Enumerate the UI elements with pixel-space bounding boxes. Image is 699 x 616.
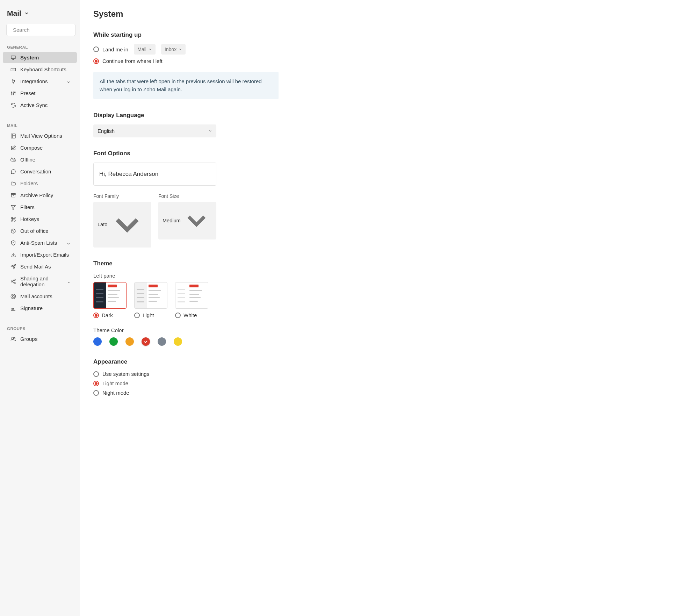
theme-title: Theme (93, 260, 402, 267)
svg-marker-23 (11, 205, 15, 209)
nav-item-signature[interactable]: Signature (3, 302, 77, 314)
nav-item-preset[interactable]: Preset (3, 87, 77, 99)
nav-item-active-sync[interactable]: Active Sync (3, 99, 77, 111)
sidebar: Mail GENERAL SystemKeyboard ShortcutsInt… (0, 0, 80, 616)
layout-icon (10, 133, 16, 139)
nav-label: Keyboard Shortcuts (20, 66, 66, 72)
radio-theme-light[interactable] (134, 313, 140, 318)
radio-appearance[interactable] (93, 381, 99, 386)
startup-title: While starting up (93, 31, 402, 38)
svg-rect-17 (11, 134, 15, 138)
svg-rect-21 (11, 193, 15, 194)
theme-label-text: Light (143, 312, 154, 318)
page-title: System (93, 9, 402, 19)
nav-label: Active Sync (20, 102, 48, 108)
nav-label: Offline (20, 157, 35, 163)
nav-item-groups[interactable]: Groups (3, 333, 77, 345)
nav-item-anti-spam-lists[interactable]: Anti-Spam Lists (3, 237, 77, 249)
command-icon (10, 216, 16, 222)
search-input[interactable] (13, 27, 79, 33)
nav-item-out-of-office[interactable]: Out of office (3, 225, 77, 237)
chevron-down-icon (149, 48, 152, 51)
nav-label: Groups (20, 336, 37, 342)
nav-label: Folders (20, 180, 38, 186)
land-select-app[interactable]: Mail (134, 44, 156, 55)
nav-item-hotkeys[interactable]: Hotkeys (3, 213, 77, 225)
appearance-option[interactable]: Night mode (93, 390, 402, 396)
nav-item-filters[interactable]: Filters (3, 201, 77, 213)
nav-item-mail-view-options[interactable]: Mail View Options (3, 130, 77, 142)
nav-item-compose[interactable]: Compose (3, 142, 77, 153)
appearance-label: Night mode (102, 390, 129, 396)
section-label-groups: GROUPS (0, 322, 80, 333)
language-select[interactable]: English (93, 124, 216, 137)
theme-option-light[interactable]: Light (134, 312, 154, 318)
theme-color-swatch[interactable] (109, 337, 118, 346)
nav-label: Mail View Options (20, 133, 62, 139)
theme-card-white[interactable] (175, 282, 208, 309)
nav-label: Compose (20, 145, 43, 151)
chevron-down-icon (67, 279, 71, 284)
theme-color-swatch[interactable] (174, 337, 182, 346)
left-pane-label: Left pane (93, 273, 402, 279)
theme-card-light[interactable] (134, 282, 167, 309)
theme-card-dark[interactable] (93, 282, 127, 309)
nav-item-folders[interactable]: Folders (3, 178, 77, 189)
nav-item-import-export-emails[interactable]: Import/Export Emails (3, 249, 77, 260)
nav-item-integrations[interactable]: Integrations (3, 76, 77, 87)
nav-item-conversation[interactable]: Conversation (3, 166, 77, 177)
font-family-select[interactable]: Lato (93, 202, 151, 248)
divider (3, 318, 76, 318)
sliders-icon (10, 91, 16, 96)
plug-icon (10, 79, 16, 84)
theme-color-swatch[interactable] (125, 337, 134, 346)
search-box[interactable] (6, 24, 75, 36)
nav-item-send-mail-as[interactable]: Send Mail As (3, 261, 77, 272)
land-select-folder[interactable]: Inbox (161, 44, 186, 55)
nav-item-mail-accounts[interactable]: Mail accounts (3, 291, 77, 302)
startup-info: All the tabs that were left open in the … (93, 72, 279, 99)
radio-land[interactable] (93, 46, 99, 52)
theme-label-text: Dark (102, 312, 113, 318)
nav-item-system[interactable]: System (3, 52, 77, 63)
chevron-down-icon (208, 129, 212, 133)
theme-option-dark[interactable]: Dark (93, 312, 113, 318)
theme-color-swatch[interactable] (93, 337, 102, 346)
radio-theme-dark[interactable] (93, 313, 99, 318)
filter-icon (10, 205, 16, 210)
signature-icon (10, 306, 16, 311)
radio-theme-white[interactable] (175, 313, 181, 318)
chevron-down-icon (24, 11, 29, 16)
chevron-down-icon (107, 205, 147, 245)
font-size-label: Font Size (158, 193, 216, 199)
radio-continue[interactable] (93, 58, 99, 64)
font-title: Font Options (93, 150, 402, 157)
svg-rect-5 (11, 68, 15, 71)
nav-label: Conversation (20, 169, 51, 174)
users-icon (10, 336, 16, 342)
theme-color-swatch[interactable] (158, 337, 166, 346)
radio-appearance[interactable] (93, 371, 99, 377)
nav-label: Out of office (20, 228, 49, 234)
sidebar-header[interactable]: Mail (0, 0, 80, 24)
font-size-select[interactable]: Medium (158, 202, 216, 239)
nav-label: Send Mail As (20, 264, 51, 270)
nav-label: Mail accounts (20, 293, 52, 299)
appearance-option[interactable]: Light mode (93, 380, 402, 386)
nav-item-archive-policy[interactable]: Archive Policy (3, 189, 77, 201)
startup-land-row[interactable]: Land me in Mail Inbox (93, 44, 402, 55)
nav-item-offline[interactable]: Offline (3, 154, 77, 165)
appearance-option[interactable]: Use system settings (93, 371, 402, 377)
folder-icon (10, 181, 16, 186)
svg-line-33 (13, 282, 14, 283)
startup-continue-row[interactable]: Continue from where I left (93, 58, 402, 64)
theme-option-white[interactable]: White (175, 312, 197, 318)
import-icon (10, 252, 16, 258)
nav-item-sharing-and-delegation[interactable]: Sharing and delegation (3, 273, 77, 290)
radio-appearance[interactable] (93, 390, 99, 396)
nav-item-keyboard-shortcuts[interactable]: Keyboard Shortcuts (3, 64, 77, 75)
nav-label: Filters (20, 204, 35, 210)
appearance-label: Use system settings (102, 371, 149, 377)
svg-point-34 (12, 295, 14, 297)
theme-color-swatch[interactable] (142, 337, 150, 346)
